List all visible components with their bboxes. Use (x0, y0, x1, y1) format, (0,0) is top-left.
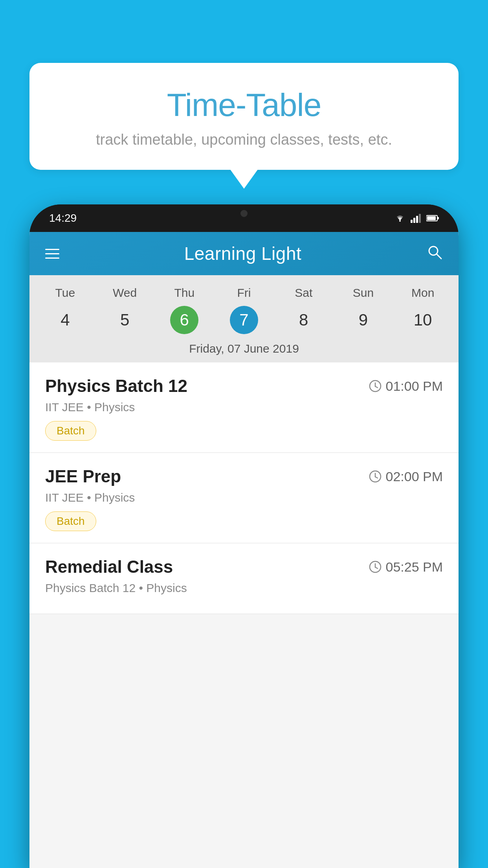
schedule-title-1: Physics Batch 12 (45, 376, 187, 396)
day-wed[interactable]: Wed (95, 283, 155, 303)
time-text-2: 02:00 PM (385, 469, 443, 484)
search-button[interactable] (426, 244, 443, 264)
day-fri[interactable]: Fri (214, 283, 274, 303)
day-thu[interactable]: Thu (154, 283, 214, 303)
status-bar: 14:29 (29, 204, 459, 232)
day-numbers: 4 5 6 7 8 9 10 (29, 303, 459, 337)
svg-line-18 (375, 567, 378, 568)
battery-icon (426, 214, 439, 222)
date-5[interactable]: 5 (95, 306, 155, 334)
schedule-title-3: Remedial Class (45, 557, 173, 577)
svg-rect-1 (411, 220, 413, 223)
svg-line-12 (375, 386, 378, 388)
svg-line-9 (437, 254, 441, 259)
status-icons (394, 213, 439, 223)
speech-bubble-container: Time-Table track timetable, upcoming cla… (29, 63, 459, 170)
schedule-item-2-header: JEE Prep 02:00 PM (45, 467, 443, 486)
date-7-selected[interactable]: 7 (230, 306, 258, 334)
schedule-subtitle-2: IIT JEE • Physics (45, 491, 443, 504)
date-6-today[interactable]: 6 (170, 306, 198, 334)
time-text-3: 05:25 PM (385, 559, 443, 575)
batch-badge-2: Batch (45, 511, 96, 531)
day-headers: Tue Wed Thu Fri Sat Sun Mon (29, 283, 459, 303)
schedule-item-3[interactable]: Remedial Class 05:25 PM Physics Batch 12… (29, 543, 459, 614)
schedule-item-2[interactable]: JEE Prep 02:00 PM IIT JEE • Physics Batc… (29, 453, 459, 543)
schedule-title-2: JEE Prep (45, 467, 121, 486)
time-text-1: 01:00 PM (385, 379, 443, 394)
svg-point-0 (399, 220, 401, 222)
clock-icon-2 (369, 470, 382, 483)
batch-badge-1: Batch (45, 421, 96, 441)
schedule-item-1-header: Physics Batch 12 01:00 PM (45, 376, 443, 396)
day-tue[interactable]: Tue (35, 283, 95, 303)
signal-icon (411, 213, 422, 223)
schedule-list: Physics Batch 12 01:00 PM IIT JEE • Phys… (29, 362, 459, 614)
date-4[interactable]: 4 (35, 306, 95, 334)
schedule-subtitle-1: IIT JEE • Physics (45, 401, 443, 414)
bubble-title: Time-Table (49, 86, 439, 123)
speech-bubble: Time-Table track timetable, upcoming cla… (29, 63, 459, 170)
schedule-time-3: 05:25 PM (369, 559, 443, 575)
menu-button[interactable] (45, 249, 59, 259)
selected-date-label: Friday, 07 June 2019 (29, 337, 459, 362)
schedule-item-3-header: Remedial Class 05:25 PM (45, 557, 443, 577)
schedule-subtitle-3: Physics Batch 12 • Physics (45, 581, 443, 595)
svg-point-8 (429, 246, 438, 255)
phone-notch (220, 204, 268, 222)
phone-frame: 14:29 (29, 204, 459, 868)
schedule-time-2: 02:00 PM (369, 469, 443, 484)
svg-rect-6 (437, 217, 439, 219)
clock-icon-1 (369, 380, 382, 392)
calendar-strip: Tue Wed Thu Fri Sat Sun Mon 4 5 6 7 8 9 … (29, 275, 459, 362)
status-time: 14:29 (49, 212, 77, 224)
schedule-time-1: 01:00 PM (369, 379, 443, 394)
date-8[interactable]: 8 (274, 306, 334, 334)
bubble-subtitle: track timetable, upcoming classes, tests… (49, 131, 439, 148)
svg-rect-4 (419, 214, 421, 223)
schedule-item-1[interactable]: Physics Batch 12 01:00 PM IIT JEE • Phys… (29, 362, 459, 453)
camera (240, 210, 248, 217)
day-mon[interactable]: Mon (393, 283, 453, 303)
app-header: Learning Light (29, 232, 459, 275)
day-sat[interactable]: Sat (274, 283, 334, 303)
day-sun[interactable]: Sun (334, 283, 393, 303)
date-10[interactable]: 10 (393, 306, 453, 334)
svg-line-15 (375, 477, 378, 478)
wifi-icon (394, 213, 406, 223)
app-content: Learning Light Tue Wed Thu Fri Sat Sun M… (29, 232, 459, 868)
svg-rect-7 (427, 216, 436, 220)
date-9[interactable]: 9 (334, 306, 393, 334)
svg-rect-2 (413, 218, 415, 223)
clock-icon-3 (369, 561, 382, 573)
app-title: Learning Light (184, 243, 302, 264)
svg-rect-3 (416, 216, 418, 223)
